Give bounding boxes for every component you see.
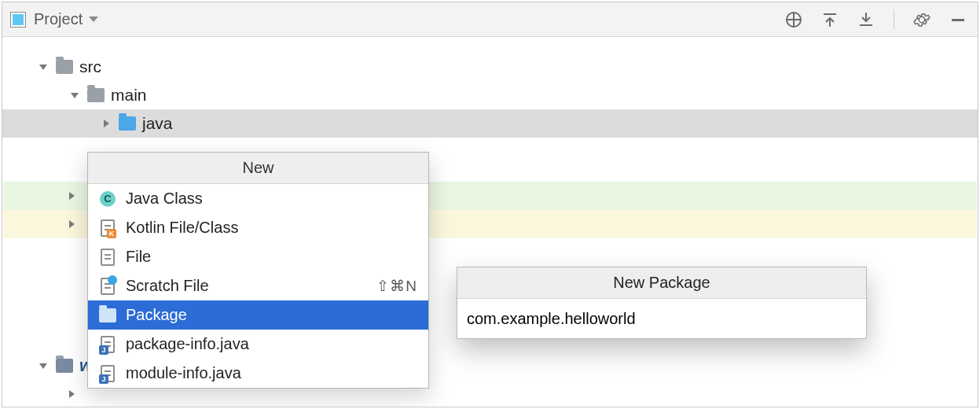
menu-item-package[interactable]: Package <box>88 300 428 330</box>
menu-item-label: Scratch File <box>126 277 367 295</box>
java-file-icon: J <box>99 336 116 353</box>
package-name-input[interactable] <box>457 299 866 338</box>
chevron-right-icon[interactable] <box>65 190 78 202</box>
package-folder-icon <box>99 307 116 324</box>
folder-icon <box>87 88 105 102</box>
java-file-icon: J <box>99 365 116 382</box>
svg-rect-7 <box>952 19 964 21</box>
kotlin-file-icon: K <box>99 219 116 237</box>
tree-node-src[interactable]: src <box>2 53 978 81</box>
chevron-down-icon[interactable] <box>37 61 50 73</box>
project-toolbar: Project <box>2 2 978 37</box>
tree-label: src <box>79 57 101 76</box>
tree-node-hidden[interactable] <box>65 380 78 407</box>
menu-item-label: package-info.java <box>126 335 417 353</box>
tree-node-main[interactable]: main <box>2 81 978 109</box>
new-package-popup: New Package <box>457 267 867 339</box>
toolbar-divider <box>894 9 894 30</box>
project-tool-window: Project <box>2 2 978 407</box>
menu-item-kotlin-file[interactable]: K Kotlin File/Class <box>88 213 428 242</box>
file-icon <box>99 249 116 266</box>
menu-item-java-class[interactable]: C Java Class <box>88 184 428 213</box>
tree-node-hidden[interactable] <box>65 182 78 210</box>
menu-item-label: Java Class <box>126 190 417 208</box>
menu-item-file[interactable]: File <box>88 242 428 271</box>
java-class-icon: C <box>99 190 116 208</box>
folder-icon <box>56 60 73 74</box>
chevron-down-icon <box>89 17 98 22</box>
view-mode-dropdown[interactable]: Project <box>34 10 98 28</box>
menu-item-package-info[interactable]: J package-info.java <box>88 330 428 359</box>
tree-node-java[interactable]: java <box>2 109 978 138</box>
menu-item-label: Package <box>126 306 417 324</box>
chevron-right-icon[interactable] <box>65 218 78 230</box>
menu-item-module-info[interactable]: J module-info.java <box>88 359 428 388</box>
source-folder-icon <box>119 116 136 131</box>
project-view-icon <box>10 12 26 28</box>
menu-title: New <box>88 153 428 184</box>
chevron-right-icon[interactable] <box>65 388 78 400</box>
menu-item-label: File <box>126 248 417 266</box>
chevron-down-icon[interactable] <box>68 89 81 101</box>
scratch-file-icon <box>99 278 116 295</box>
chevron-right-icon[interactable] <box>100 117 112 130</box>
hide-icon[interactable] <box>946 8 970 31</box>
menu-item-scratch-file[interactable]: Scratch File ⇧⌘N <box>88 271 428 300</box>
collapse-all-icon[interactable] <box>854 8 878 31</box>
menu-item-shortcut: ⇧⌘N <box>376 277 417 295</box>
chevron-down-icon[interactable] <box>37 359 50 372</box>
expand-all-icon[interactable] <box>818 8 842 31</box>
menu-item-label: module-info.java <box>126 364 417 382</box>
project-tree: src main java <box>2 37 978 138</box>
view-mode-label: Project <box>34 10 83 28</box>
popup-title: New Package <box>457 267 866 299</box>
new-context-menu: New C Java Class K Kotlin File/Class Fil… <box>87 152 429 389</box>
menu-item-label: Kotlin File/Class <box>126 219 417 237</box>
tree-node-w[interactable]: w <box>37 352 93 380</box>
folder-icon <box>56 359 73 373</box>
locate-icon[interactable] <box>782 8 806 31</box>
tree-label: main <box>111 86 147 105</box>
gear-icon[interactable] <box>910 8 934 31</box>
tree-label: java <box>142 114 173 133</box>
